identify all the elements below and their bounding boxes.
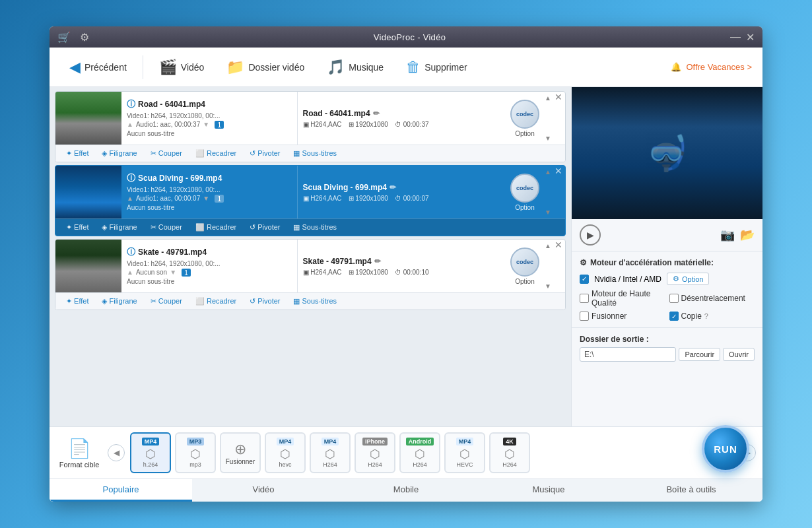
codec-btn-road[interactable]: codec Option <box>506 92 544 145</box>
arrow-down-skate[interactable]: ▼ <box>170 269 176 276</box>
format-mp4-h264-2[interactable]: MP4 ⬡ H264 <box>310 432 351 473</box>
codec-btn-scuba[interactable]: codec Option <box>506 166 544 218</box>
info-icon-road[interactable]: ⓘ <box>127 98 135 110</box>
close-road[interactable]: ✕ <box>552 92 565 145</box>
effet-btn-scuba[interactable]: ✦ Effet <box>61 221 94 234</box>
pivoter-btn-scuba[interactable]: ↺ Pivoter <box>244 221 285 234</box>
format-mp4-h264[interactable]: MP4 ⬡ h.264 <box>130 432 171 473</box>
close-skate[interactable]: ✕ <box>552 240 565 292</box>
close-button[interactable]: ✕ <box>746 31 755 44</box>
edit-icon-road[interactable]: ✏ <box>373 109 380 118</box>
copy-help-icon[interactable]: ? <box>704 312 708 320</box>
merge-checkbox[interactable] <box>580 312 589 321</box>
copy-checkbox[interactable]: ✓ <box>669 312 679 321</box>
fmt-sub-iphone: H264 <box>368 461 382 468</box>
hq-checkbox[interactable] <box>580 294 589 303</box>
recadrer-btn-skate[interactable]: ⬜ Recadrer <box>190 295 242 308</box>
option-button[interactable]: ⚙ Option <box>667 273 709 285</box>
pivoter-btn-road[interactable]: ↺ Pivoter <box>244 147 285 160</box>
video-output-skate: Skate - 49791.mp4 ✏ ▣ H264,AAC ⊞ 1920x10… <box>297 240 506 292</box>
arrow-down-scuba[interactable]: ▼ <box>203 195 209 202</box>
fmt-badge-hevc: MP4 <box>277 438 294 446</box>
tab-musique[interactable]: Musique <box>477 479 620 502</box>
music-button[interactable]: 🎵 Musique <box>318 55 393 80</box>
nvidia-checkbox[interactable]: ✓ <box>580 275 589 284</box>
format-mp4-hevc[interactable]: MP4 ⬡ hevc <box>265 432 306 473</box>
gear-sm-icon: ⚙ <box>673 275 679 283</box>
open-button[interactable]: Ouvrir <box>723 348 755 361</box>
format-scroll-left[interactable]: ◀ <box>108 444 125 461</box>
format-mp4-hevc2[interactable]: MP4 ⬡ HEVC <box>444 432 485 473</box>
deinterlace-label: Désentrelacement <box>681 294 745 303</box>
soustitres-btn-scuba[interactable]: ▦ Sous-titres <box>288 221 342 234</box>
duration-badge-scuba: ⏱ 00:00:07 <box>395 195 429 202</box>
arrow-up-scuba[interactable]: ▲ <box>127 195 133 202</box>
couper-btn-road[interactable]: ✂ Couper <box>145 147 187 160</box>
scroll-up-road[interactable]: ▲ <box>545 94 551 102</box>
video-output-scuba: Scua Diving - 699.mp4 ✏ ▣ H264,AAC ⊞ 192… <box>297 166 506 218</box>
filigrane-btn-scuba[interactable]: ◈ Filigrane <box>96 221 142 234</box>
codec-circle-scuba: codec <box>510 174 539 203</box>
tab-boite[interactable]: Boîte à outils <box>620 479 762 502</box>
close-scuba[interactable]: ✕ <box>552 166 565 218</box>
edit-icon-scuba[interactable]: ✏ <box>389 183 396 192</box>
format-android[interactable]: Android ⬡ H264 <box>399 432 440 473</box>
gear-icon[interactable]: ⚙ <box>80 31 89 44</box>
video-button[interactable]: 🎬 Vidéo <box>150 55 214 80</box>
scroll-up-skate[interactable]: ▲ <box>545 242 551 249</box>
video-info-skate: ⓘ Skate - 49791.mp4 Video1: h264, 1920x1… <box>121 240 297 292</box>
scroll-up-scuba[interactable]: ▲ <box>545 168 551 176</box>
recadrer-btn-scuba[interactable]: ⬜ Recadrer <box>190 221 242 234</box>
effet-btn-skate[interactable]: ✦ Effet <box>61 295 94 308</box>
video-row2-scuba: ▲ Audio1: aac, 00:00:07 ▼ 1 <box>127 195 292 203</box>
codec-label-skate: Option <box>515 278 534 285</box>
tab-populaire[interactable]: Populaire <box>50 479 192 502</box>
format-iphone[interactable]: iPhone ⬡ H264 <box>355 432 395 473</box>
scroll-down-scuba[interactable]: ▼ <box>545 209 551 216</box>
tab-video[interactable]: Vidéo <box>192 479 335 502</box>
output-path: E:\ <box>580 347 676 362</box>
format-mp3[interactable]: MP3 ⬡ mp3 <box>175 432 216 473</box>
delete-button[interactable]: 🗑 Supprimer <box>397 55 477 80</box>
preview-area: 🤿 <box>572 87 762 219</box>
codec-btn-skate[interactable]: codec Option <box>506 240 544 292</box>
soustitres-btn-road[interactable]: ▦ Sous-titres <box>288 147 342 160</box>
recadrer-btn-road[interactable]: ⬜ Recadrer <box>190 147 242 160</box>
couper-btn-skate[interactable]: ✂ Couper <box>145 295 187 308</box>
format-fusionner[interactable]: ⊕ Fusionner <box>220 432 261 473</box>
arrow-down-road[interactable]: ▼ <box>203 121 209 128</box>
minimize-button[interactable]: — <box>730 31 741 44</box>
format-4k[interactable]: 4K ⬡ H264 <box>489 432 530 473</box>
folder-video-button[interactable]: 📁 Dossier vidéo <box>217 55 314 80</box>
cart-icon[interactable]: 🛒 <box>57 31 71 44</box>
filigrane-btn-skate[interactable]: ◈ Filigrane <box>96 295 142 308</box>
arrow-up-skate[interactable]: ▲ <box>127 269 133 276</box>
run-button[interactable]: RUN <box>702 425 749 473</box>
browse-button[interactable]: Parcourir <box>679 348 720 361</box>
screenshot-icon[interactable]: 📷 <box>720 228 735 242</box>
scroll-down-skate[interactable]: ▼ <box>545 282 551 290</box>
video-row3-skate: Aucun sous-titre <box>127 278 292 285</box>
edit-icon-skate[interactable]: ✏ <box>374 257 381 266</box>
deinterlace-checkbox[interactable] <box>669 294 679 303</box>
open-folder-icon[interactable]: 📂 <box>740 228 755 242</box>
couper-btn-scuba[interactable]: ✂ Couper <box>145 221 187 234</box>
back-button[interactable]: ◀ Précédent <box>60 55 136 80</box>
right-panel: 🤿 ▶ 📷 📂 ⚙ Moteur d'accélération matériel… <box>571 87 762 426</box>
pivoter-btn-skate[interactable]: ↺ Pivoter <box>244 295 285 308</box>
video-title-skate: Skate - 49791.mp4 <box>138 248 207 257</box>
folder-row: E:\ Parcourir Ouvrir <box>580 347 755 362</box>
scroll-down-road[interactable]: ▼ <box>545 135 551 142</box>
effet-btn-road[interactable]: ✦ Effet <box>61 147 94 160</box>
offer-button[interactable]: 🔔 Offre Vacances > <box>671 62 752 72</box>
soustitres-btn-skate[interactable]: ▦ Sous-titres <box>288 295 342 308</box>
output-title-skate: Skate - 49791.mp4 <box>303 257 372 266</box>
filigrane-btn-road[interactable]: ◈ Filigrane <box>96 147 142 160</box>
resolution-badge-road: ⊞ 1920x1080 <box>349 121 388 128</box>
info-icon-scuba[interactable]: ⓘ <box>127 172 135 184</box>
info-icon-skate[interactable]: ⓘ <box>127 246 135 258</box>
tab-mobile[interactable]: Mobile <box>335 479 477 502</box>
arrow-up-road[interactable]: ▲ <box>127 121 133 128</box>
format-target-button[interactable]: 📄 Format cible <box>56 435 102 471</box>
play-button[interactable]: ▶ <box>580 224 601 246</box>
